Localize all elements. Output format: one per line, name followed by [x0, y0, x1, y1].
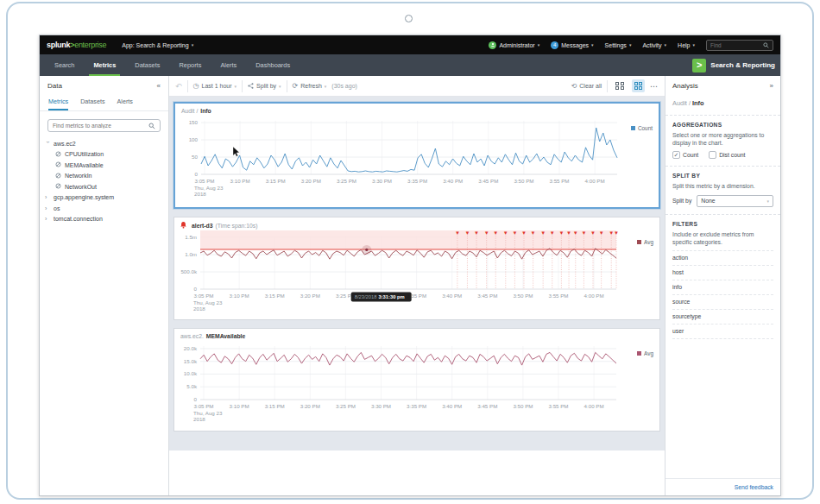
- metric-item-cpuutilization[interactable]: CPUUtilization: [45, 149, 163, 161]
- more-button[interactable]: ⋯: [650, 82, 659, 91]
- chart-title-mem-available: aws.ec2.MEMAvailable: [174, 329, 659, 339]
- aggregation-label: Count: [683, 152, 698, 158]
- chevron-collapsed-icon[interactable]: ›: [45, 194, 50, 200]
- chart-legend-mem-available: Avg: [637, 350, 653, 356]
- svg-text:3:45 PM: 3:45 PM: [477, 293, 497, 299]
- sidebar-tab-alerts[interactable]: Alerts: [117, 98, 133, 110]
- chevron-collapsed-icon[interactable]: ›: [45, 205, 50, 211]
- undo-icon[interactable]: ↶: [175, 82, 182, 91]
- svg-text:3:35 PM: 3:35 PM: [407, 178, 427, 184]
- chevron-collapsed-icon[interactable]: ›: [45, 216, 50, 222]
- nav-tab-reports[interactable]: Reports: [169, 54, 211, 76]
- splunk-app-icon: >: [692, 59, 706, 72]
- svg-text:3:35 PM: 3:35 PM: [407, 403, 426, 409]
- aggregation-checkbox-count[interactable]: ✓Count: [672, 151, 698, 159]
- nav-tab-dashboards[interactable]: Dashboards: [246, 54, 300, 76]
- checkbox-checked-icon[interactable]: ✓: [672, 151, 680, 159]
- chevron-down-icon: ▾: [192, 42, 194, 47]
- metric-group-tomcat-connection[interactable]: ›tomcat.connection: [45, 214, 163, 225]
- svg-text:3:40 PM: 3:40 PM: [442, 293, 462, 299]
- splitby-dropdown[interactable]: None▾: [697, 195, 773, 207]
- chevron-down-icon: ▾: [538, 42, 540, 47]
- alert-marker-icon: ▼: [455, 230, 460, 236]
- chevron-down-icon: ▾: [692, 42, 695, 47]
- aggregation-checkbox-dist-count[interactable]: Dist count: [709, 151, 745, 159]
- alert-marker-icon: ▼: [599, 230, 604, 236]
- split-by-button[interactable]: Split by▾: [248, 83, 281, 89]
- messages-menu[interactable]: 4Messages▾: [551, 41, 593, 49]
- chart-line-audit-info: [201, 128, 617, 172]
- nav-tab-alerts[interactable]: Alerts: [211, 54, 246, 76]
- filter-item-sourcetype[interactable]: sourcetype: [672, 310, 773, 324]
- metric-chart-card-audit-info[interactable]: Audit / InfoCount0501001503:05 PM3:10 PM…: [173, 102, 660, 209]
- charts-toolbar: ↶ ◷Last 1 hour▾ Split by▾ ⟳Refresh▾ (30s…: [169, 76, 665, 97]
- chart-plot-mem-available[interactable]: 05.0k10.0k15.0k20.0k3:05 PM3:10 PM3:15 P…: [174, 339, 651, 425]
- send-feedback-link[interactable]: Send feedback: [735, 484, 773, 490]
- splunk-logo[interactable]: splunk>enterprise: [47, 41, 106, 49]
- collapse-right-icon[interactable]: »: [770, 82, 773, 90]
- collapse-left-icon[interactable]: «: [157, 82, 161, 90]
- svg-text:3:05 PM: 3:05 PM: [193, 403, 213, 409]
- chart-plot-alert-d3[interactable]: 0500.0k1.0m1.5m▼▼▼▼▼▼▼▼▼▼▼▼▼▼▼▼▼▼▼3:05 P…: [174, 229, 651, 315]
- alert-marker-icon: ▼: [614, 230, 619, 236]
- metric-group-aws-ec2[interactable]: ›aws.ec2: [45, 138, 163, 149]
- alert-marker-icon: ▼: [493, 230, 498, 236]
- metric-item-memavailable[interactable]: MEMAvailable: [45, 160, 163, 171]
- sidebar-tab-datasets[interactable]: Datasets: [80, 98, 104, 110]
- nav-tab-metrics[interactable]: Metrics: [84, 54, 125, 76]
- filter-item-source[interactable]: source: [672, 295, 773, 310]
- chevron-down-icon: ▾: [766, 198, 769, 204]
- refresh-button[interactable]: ⟳Refresh▾: [293, 82, 327, 90]
- clear-all-button[interactable]: ⟲Clear all: [571, 82, 602, 90]
- metric-group-gcp-appengine-system[interactable]: ›gcp.appengine.system: [45, 192, 163, 204]
- settings-menu[interactable]: Settings▾: [605, 42, 632, 48]
- nav-tab-datasets[interactable]: Datasets: [125, 54, 169, 76]
- alert-marker-icon: ▼: [566, 230, 571, 236]
- filter-item-user[interactable]: user: [672, 324, 773, 339]
- checkbox-unchecked-icon[interactable]: [709, 151, 716, 159]
- svg-text:500.0k: 500.0k: [180, 268, 197, 274]
- chevron-down-icon: ▾: [665, 42, 667, 47]
- svg-text:Thu, Aug 23: Thu, Aug 23: [193, 410, 223, 416]
- find-input[interactable]: [710, 42, 760, 48]
- time-range-picker[interactable]: ◷Last 1 hour▾: [193, 82, 237, 90]
- filter-item-host[interactable]: host: [672, 266, 773, 280]
- svg-text:20.0k: 20.0k: [184, 345, 198, 351]
- svg-text:2018: 2018: [194, 191, 206, 197]
- sidebar-title: Data: [47, 82, 62, 90]
- app-badge[interactable]: >Search & Reporting: [692, 54, 775, 76]
- svg-text:150: 150: [189, 119, 199, 125]
- app-menu[interactable]: App: Search & Reporting▾: [122, 42, 193, 48]
- alert-marker-icon: ▼: [521, 230, 527, 236]
- activity-menu[interactable]: Activity▾: [642, 42, 666, 48]
- chevron-expanded-icon[interactable]: ›: [45, 141, 51, 146]
- filter-item-action[interactable]: action: [672, 250, 773, 266]
- metrics-search-input[interactable]: [53, 123, 146, 129]
- alert-bell-icon: [180, 222, 186, 229]
- metric-item-networkin[interactable]: NetworkIn: [45, 171, 163, 182]
- metric-item-networkout[interactable]: NetworkOut: [45, 181, 163, 192]
- svg-text:3:15 PM: 3:15 PM: [265, 403, 285, 409]
- svg-text:3:25 PM: 3:25 PM: [336, 403, 356, 409]
- metric-chart-card-mem-available[interactable]: aws.ec2.MEMAvailableAvg05.0k10.0k15.0k20…: [173, 328, 660, 432]
- svg-text:3:45 PM: 3:45 PM: [477, 403, 497, 409]
- tree-item-label: tomcat.connection: [54, 216, 103, 222]
- svg-text:3:40 PM: 3:40 PM: [442, 403, 462, 409]
- alert-marker-icon: ▼: [512, 230, 517, 236]
- sidebar-tab-metrics[interactable]: Metrics: [48, 98, 68, 110]
- help-menu[interactable]: Help▾: [678, 42, 695, 48]
- layout-grid-icon[interactable]: [613, 79, 627, 93]
- svg-text:3:05 PM: 3:05 PM: [193, 293, 213, 299]
- filter-item-info[interactable]: info: [672, 280, 773, 295]
- splunk-topbar: splunk>enterprise App: Search & Reportin…: [40, 35, 780, 54]
- metric-group-os[interactable]: ›os: [45, 203, 163, 214]
- user-menu[interactable]: Administrator▾: [489, 41, 539, 49]
- svg-text:3:15 PM: 3:15 PM: [265, 293, 285, 299]
- nav-tab-search[interactable]: Search: [45, 54, 84, 76]
- metric-icon: [55, 161, 61, 167]
- chart-plot-audit-info[interactable]: 0501001503:05 PM3:10 PM3:15 PM3:20 PM3:2…: [175, 114, 652, 200]
- layout-stacked-icon[interactable]: [632, 79, 646, 93]
- aggregations-heading: AGGREGATIONS: [672, 122, 773, 128]
- chevron-down-icon: ▾: [325, 84, 327, 89]
- metric-chart-card-alert-d3[interactable]: alert-d3(Time span:10s)Avg0500.0k1.0m1.5…: [173, 217, 660, 320]
